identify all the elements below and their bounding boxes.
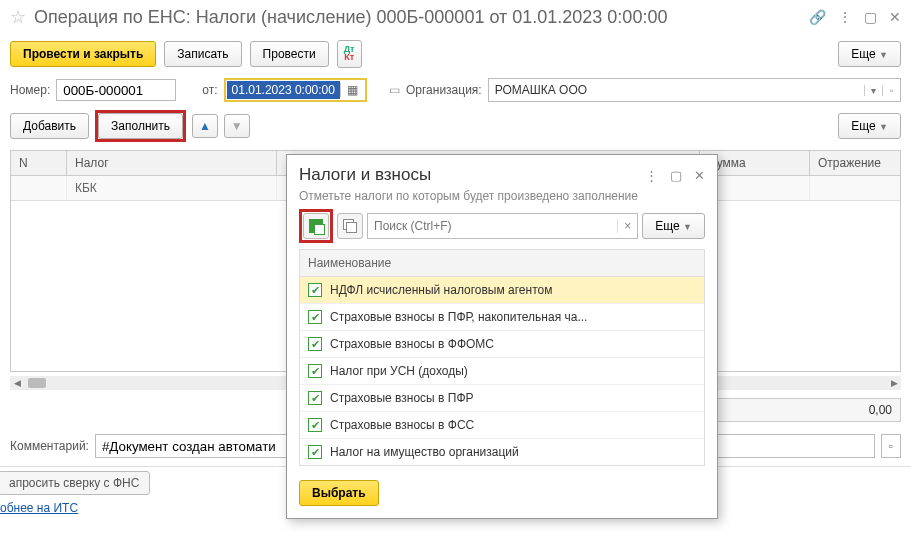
dt-kt-button[interactable]: ДтКт [337,40,362,68]
comment-open-icon[interactable]: ▫ [881,434,901,458]
request-fns-button[interactable]: апросить сверку с ФНС [0,471,150,495]
popup-search-input[interactable] [368,219,617,233]
popup-maximize-icon[interactable]: ▢ [670,168,682,183]
col-otr-header[interactable]: Отражение [810,151,900,175]
checkbox-icon[interactable]: ✔ [308,391,322,405]
favorite-star-icon[interactable]: ☆ [10,6,26,28]
dt-kt-icon: ДтКт [344,45,355,61]
date-value[interactable]: 01.01.2023 0:00:00 [227,81,340,99]
check-all-icon [309,219,323,233]
col-nalog-header[interactable]: Налог [67,151,277,175]
total-value: 0,00 [869,403,892,417]
tax-item-label: Страховые взносы в ПФР [330,391,474,405]
popup-close-icon[interactable]: ✕ [694,168,705,183]
kebab-menu-icon[interactable]: ⋮ [838,9,852,25]
page-title: Операция по ЕНС: Налоги (начисление) 000… [34,7,801,28]
tax-item-label: Страховые взносы в ПФР, накопительная ча… [330,310,587,324]
add-row-button[interactable]: Добавить [10,113,89,139]
uncheck-all-button[interactable] [337,213,363,239]
calendar-icon[interactable]: ▦ [340,83,364,97]
tax-item-label: Налог при УСН (доходы) [330,364,468,378]
tax-item[interactable]: ✔ Страховые взносы в ПФР [300,385,704,412]
checkbox-icon[interactable]: ✔ [308,283,322,297]
move-down-button[interactable]: ▼ [224,114,250,138]
clear-search-icon[interactable]: × [617,219,637,233]
from-label: от: [202,83,217,97]
maximize-icon[interactable]: ▢ [864,9,877,25]
post-button[interactable]: Провести [250,41,329,67]
link-icon[interactable]: 🔗 [809,9,826,25]
tax-item[interactable]: ✔ Страховые взносы в ФФОМС [300,331,704,358]
popup-kebab-icon[interactable]: ⋮ [645,168,658,183]
checkbox-icon[interactable]: ✔ [308,364,322,378]
more-button[interactable]: Еще ▼ [838,41,901,67]
scroll-right-icon[interactable]: ▶ [887,378,901,388]
tax-item-label: Страховые взносы в ФСС [330,418,474,432]
org-dropdown-icon[interactable]: ▾ [864,85,882,96]
org-open-icon[interactable]: ▫ [882,85,900,96]
popup-list: ✔ НДФЛ исчисленный налоговым агентом ✔ С… [299,276,705,466]
tax-item[interactable]: ✔ Налог на имущество организаций [300,439,704,465]
its-link[interactable]: обнее на ИТС [0,495,78,515]
save-button[interactable]: Записать [164,41,241,67]
select-button[interactable]: Выбрать [299,480,379,506]
table-more-button[interactable]: Еще ▼ [838,113,901,139]
popup-more-button[interactable]: Еще ▼ [642,213,705,239]
checkbox-icon[interactable]: ✔ [308,445,322,459]
move-up-button[interactable]: ▲ [192,114,218,138]
tax-item[interactable]: ✔ НДФЛ исчисленный налоговым агентом [300,277,704,304]
fill-button[interactable]: Заполнить [98,113,183,139]
close-icon[interactable]: ✕ [889,9,901,25]
popup-title: Налоги и взносы [299,165,645,185]
checkbox-icon[interactable]: ✔ [308,337,322,351]
org-label: Организация: [406,83,482,97]
checkbox-icon[interactable]: ✔ [308,418,322,432]
checkbox-icon[interactable]: ✔ [308,310,322,324]
tax-item[interactable]: ✔ Налог при УСН (доходы) [300,358,704,385]
org-icon: ▭ [389,83,400,97]
scroll-thumb[interactable] [28,378,46,388]
taxes-popup: Налоги и взносы ⋮ ▢ ✕ Отметьте налоги по… [286,154,718,519]
scroll-left-icon[interactable]: ◀ [10,378,24,388]
check-all-button[interactable] [303,213,329,239]
uncheck-all-icon [343,219,357,233]
tax-item-label: Налог на имущество организаций [330,445,519,459]
org-input[interactable]: РОМАШКА ООО ▾ ▫ [488,78,901,102]
date-field[interactable]: 01.01.2023 0:00:00 ▦ [224,78,367,102]
org-value: РОМАШКА ООО [489,83,864,97]
col-n-header[interactable]: N [11,151,67,175]
popup-subtitle: Отметьте налоги по которым будет произве… [287,189,717,209]
tax-item-label: Страховые взносы в ФФОМС [330,337,494,351]
tax-item-label: НДФЛ исчисленный налоговым агентом [330,283,552,297]
col-kbk-subheader: КБК [67,176,277,200]
comment-label: Комментарий: [10,439,89,453]
number-input[interactable] [56,79,176,101]
tax-item[interactable]: ✔ Страховые взносы в ФСС [300,412,704,439]
tax-item[interactable]: ✔ Страховые взносы в ПФР, накопительная … [300,304,704,331]
popup-name-column: Наименование [299,249,705,276]
number-label: Номер: [10,83,50,97]
post-and-close-button[interactable]: Провести и закрыть [10,41,156,67]
popup-search[interactable]: × [367,213,638,239]
